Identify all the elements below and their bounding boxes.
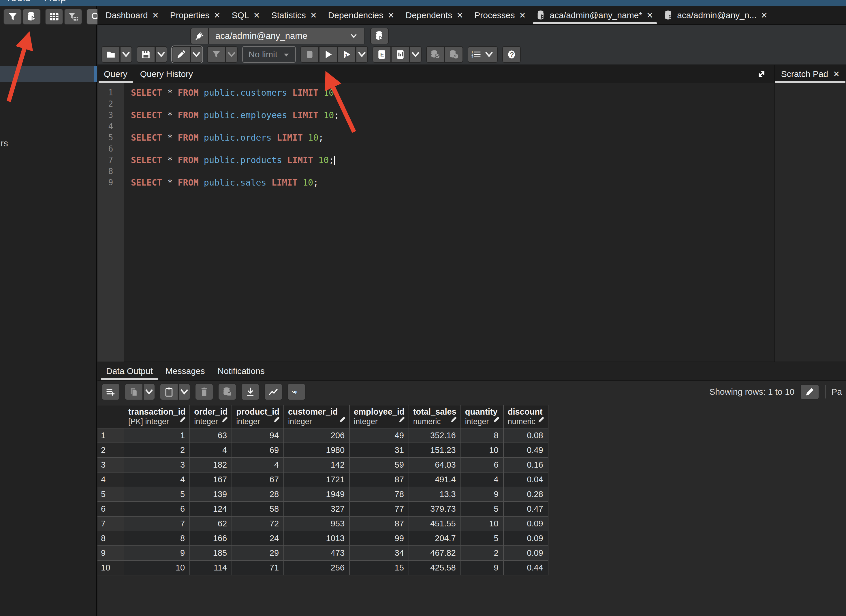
chart-button[interactable] [264, 383, 282, 400]
data-cell[interactable]: 114 [190, 560, 232, 575]
close-icon[interactable]: × [519, 10, 525, 21]
filter-results-button[interactable] [207, 46, 225, 63]
row-number-cell[interactable]: 1 [97, 428, 124, 443]
row-number-cell[interactable]: 9 [97, 546, 124, 560]
data-cell[interactable]: 8 [461, 428, 503, 443]
data-cell[interactable]: 72 [232, 516, 284, 531]
data-cell[interactable]: 327 [284, 502, 349, 516]
data-cell[interactable]: 0.49 [503, 443, 548, 458]
data-cell[interactable]: 185 [190, 546, 232, 560]
row-limit-select[interactable]: No limit [242, 46, 296, 63]
tab-notifications[interactable]: Notifications [211, 362, 271, 380]
data-cell[interactable]: 473 [284, 546, 349, 560]
data-cell[interactable]: 182 [190, 458, 232, 472]
view-data-button[interactable] [45, 9, 63, 25]
data-cell[interactable]: 9 [461, 560, 503, 575]
code-line[interactable]: 7SELECT * FROM public.products LIMIT 10; [97, 154, 774, 166]
column-header-product-id[interactable]: product_idinteger [232, 405, 284, 428]
data-cell[interactable]: 1980 [284, 443, 349, 458]
explain-analyze-button[interactable] [391, 46, 409, 63]
new-query-tool-button[interactable] [370, 28, 389, 44]
tab-properties[interactable]: Properties× [164, 6, 226, 24]
data-cell[interactable]: 1721 [284, 472, 349, 487]
tab-processes[interactable]: Processes× [469, 6, 531, 24]
close-icon[interactable]: × [254, 10, 260, 21]
pencil-icon[interactable] [273, 416, 281, 424]
data-cell[interactable]: 10 [461, 443, 503, 458]
close-icon[interactable]: × [214, 10, 220, 21]
code-line[interactable]: 4 [97, 121, 774, 132]
subtab-query[interactable]: Query [97, 65, 134, 83]
code-line[interactable]: 6 [97, 143, 774, 154]
paste-button[interactable] [160, 383, 178, 400]
data-cell[interactable]: 15 [349, 560, 409, 575]
data-cell[interactable]: 67 [232, 472, 284, 487]
data-cell[interactable]: 204.7 [409, 531, 461, 546]
data-cell[interactable]: 78 [349, 487, 409, 502]
column-header-total-sales[interactable]: total_salesnumeric [409, 405, 461, 428]
tab-aca-admin-any-n[interactable]: aca/admin@any_n...× [659, 6, 773, 24]
explain-button[interactable]: E [372, 46, 391, 63]
data-cell[interactable]: 6 [461, 458, 503, 472]
data-cell[interactable]: 1013 [284, 531, 349, 546]
data-cell[interactable]: 0.44 [503, 560, 548, 575]
data-cell[interactable]: 29 [232, 546, 284, 560]
data-cell[interactable]: 0.08 [503, 428, 548, 443]
data-cell[interactable]: 379.73 [409, 502, 461, 516]
data-cell[interactable]: 10 [124, 560, 190, 575]
edit-rows-button[interactable] [800, 384, 819, 400]
tab-scratch-pad[interactable]: Scratch Pad × [774, 65, 846, 83]
column-header-customer-id[interactable]: customer_idinteger [284, 405, 349, 428]
stop-button[interactable] [300, 46, 319, 63]
tab-dashboard[interactable]: Dashboard× [100, 6, 164, 24]
data-cell[interactable]: 167 [190, 472, 232, 487]
data-cell[interactable]: 62 [190, 516, 232, 531]
data-cell[interactable]: 5 [124, 487, 190, 502]
data-cell[interactable]: 1 [124, 428, 190, 443]
data-cell[interactable]: 59 [349, 458, 409, 472]
tab-sql[interactable]: SQL× [226, 6, 266, 24]
close-icon[interactable]: × [457, 10, 463, 21]
close-icon[interactable]: × [310, 10, 316, 21]
data-cell[interactable]: 0.47 [503, 502, 548, 516]
subtab-query-history[interactable]: Query History [134, 65, 199, 83]
column-header-transaction-id[interactable]: transaction_id[PK] integer [124, 405, 190, 428]
filter-button[interactable] [3, 9, 22, 25]
close-icon[interactable]: × [761, 10, 767, 21]
execute-script-button[interactable]: 1 [337, 46, 356, 63]
data-cell[interactable]: 2 [124, 443, 190, 458]
close-icon[interactable]: × [153, 10, 159, 21]
tab-dependencies[interactable]: Dependencies× [322, 6, 400, 24]
pencil-icon[interactable] [493, 416, 500, 424]
data-cell[interactable]: 4 [190, 443, 232, 458]
explain-menu-button[interactable] [409, 46, 422, 63]
data-cell[interactable]: 58 [232, 502, 284, 516]
edit-menu-button[interactable] [190, 46, 202, 63]
menu-tools[interactable]: Tools [5, 0, 31, 4]
tree-selected-row[interactable] [0, 66, 97, 82]
copy-menu-button[interactable] [143, 383, 155, 400]
data-cell[interactable]: 34 [349, 546, 409, 560]
data-cell[interactable]: 24 [232, 531, 284, 546]
column-header-employee-id[interactable]: employee_idinteger [349, 405, 409, 428]
tab-data-output[interactable]: Data Output [100, 362, 159, 380]
data-cell[interactable]: 151.23 [409, 443, 461, 458]
row-number-cell[interactable]: 7 [97, 516, 124, 531]
commit-button[interactable] [426, 46, 444, 63]
add-row-button[interactable] [102, 383, 120, 400]
close-icon[interactable]: × [647, 10, 653, 21]
data-cell[interactable]: 13.3 [409, 487, 461, 502]
data-cell[interactable]: 69 [232, 443, 284, 458]
sql-button[interactable]: SQL [287, 383, 306, 400]
data-cell[interactable]: 77 [349, 502, 409, 516]
save-menu-button[interactable] [155, 46, 167, 63]
data-cell[interactable]: 0.09 [503, 516, 548, 531]
download-csv-button[interactable] [241, 383, 259, 400]
data-cell[interactable]: 99 [349, 531, 409, 546]
data-cell[interactable]: 166 [190, 531, 232, 546]
data-cell[interactable]: 206 [284, 428, 349, 443]
macro-button[interactable]: 123 [468, 46, 498, 63]
row-number-cell[interactable]: 8 [97, 531, 124, 546]
data-cell[interactable]: 87 [349, 516, 409, 531]
filter-data-button[interactable] [64, 9, 82, 25]
